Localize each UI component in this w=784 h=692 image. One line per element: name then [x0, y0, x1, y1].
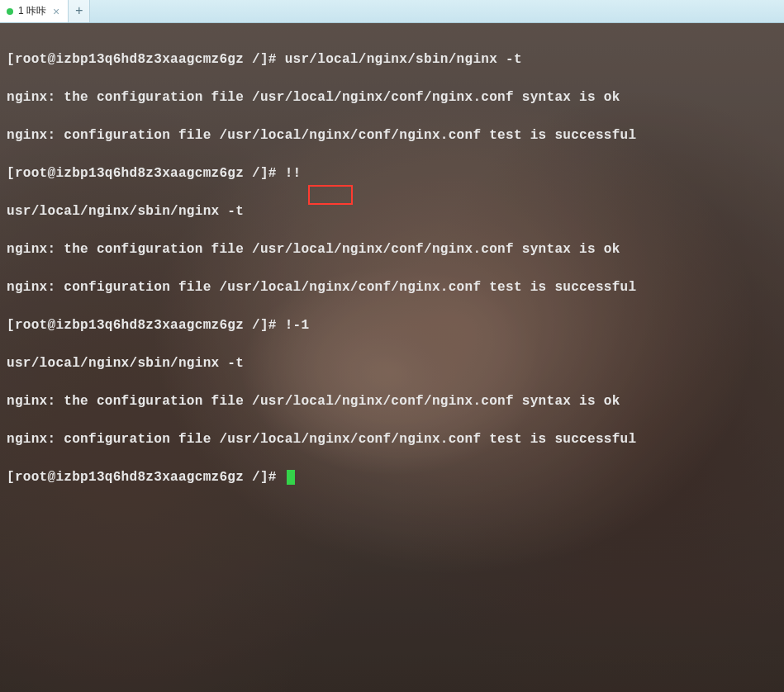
terminal-line: [root@izbp13q6hd8z3xaagcmz6gz /]# usr/lo…: [7, 50, 777, 69]
terminal-prompt-line: [root@izbp13q6hd8z3xaagcmz6gz /]#: [7, 468, 777, 487]
cursor-icon: [287, 470, 295, 485]
tab-session-1[interactable]: 1 咔咔 ×: [0, 0, 69, 22]
terminal-line: nginx: configuration file /usr/local/ngi…: [7, 126, 777, 145]
add-tab-button[interactable]: +: [69, 0, 90, 22]
terminal-pane[interactable]: [root@izbp13q6hd8z3xaagcmz6gz /]# usr/lo…: [0, 23, 784, 692]
terminal-prompt-text: [root@izbp13q6hd8z3xaagcmz6gz /]#: [7, 470, 285, 485]
terminal-output: [root@izbp13q6hd8z3xaagcmz6gz /]# usr/lo…: [0, 23, 784, 533]
terminal-line: nginx: configuration file /usr/local/ngi…: [7, 278, 777, 297]
terminal-line: usr/local/nginx/sbin/nginx -t: [7, 354, 777, 373]
status-dot-icon: [7, 8, 13, 15]
terminal-line: [root@izbp13q6hd8z3xaagcmz6gz /]# !-1: [7, 316, 777, 335]
terminal-line: nginx: the configuration file /usr/local…: [7, 88, 777, 107]
terminal-line: usr/local/nginx/sbin/nginx -t: [7, 202, 777, 221]
terminal-line: nginx: the configuration file /usr/local…: [7, 392, 777, 411]
tab-label: 1 咔咔: [18, 4, 46, 18]
app-window: 1 咔咔 × + [root@izbp13q6hd8z3xaagcmz6gz /…: [0, 0, 784, 692]
terminal-line: nginx: configuration file /usr/local/ngi…: [7, 430, 777, 449]
terminal-line: nginx: the configuration file /usr/local…: [7, 240, 777, 259]
close-icon[interactable]: ×: [51, 6, 61, 17]
terminal-line: [root@izbp13q6hd8z3xaagcmz6gz /]# !!: [7, 164, 777, 183]
tab-bar: 1 咔咔 × +: [0, 0, 784, 23]
plus-icon: +: [75, 4, 83, 19]
